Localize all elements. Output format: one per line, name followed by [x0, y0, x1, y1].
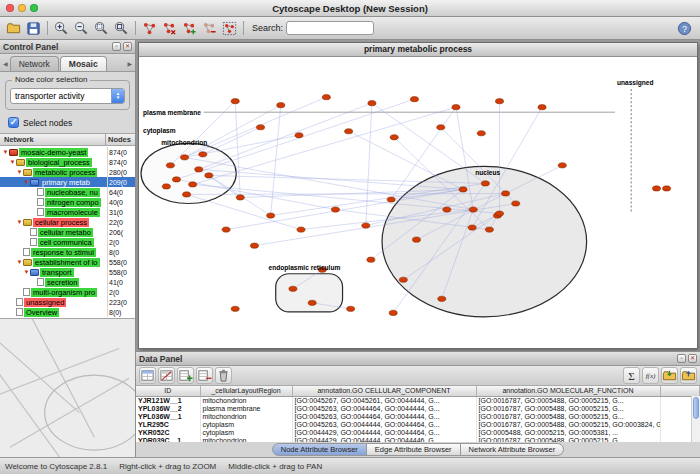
expand-arrow-icon[interactable]: ▼ [16, 167, 23, 177]
help-icon[interactable]: ? [675, 19, 694, 38]
mosaic-overview-preview[interactable] [0, 318, 135, 457]
network-node[interactable] [481, 181, 489, 186]
network-node[interactable] [652, 186, 660, 191]
network-node[interactable] [437, 125, 445, 130]
network-from-selection-icon[interactable] [220, 19, 239, 38]
tab-scroll-right-icon[interactable] [126, 60, 133, 71]
table-scrollbar-thumb[interactable] [693, 397, 699, 419]
network-node[interactable] [477, 131, 485, 136]
network-node[interactable] [538, 105, 546, 110]
table-row[interactable]: YKR052Ccytoplasm[GO:0044429, GO:0044444,… [136, 429, 700, 437]
tree-item-secretion[interactable]: secretion41(0 [0, 277, 135, 287]
network-node[interactable] [231, 99, 239, 104]
zoom-fit-icon[interactable] [112, 19, 131, 38]
network-node[interactable] [195, 167, 203, 172]
destroy-network-icon[interactable] [160, 19, 179, 38]
network-node[interactable] [412, 237, 420, 242]
table-row[interactable]: YDR039C__1mitochondrion[GO:0044429, GO:0… [136, 437, 700, 443]
network-node[interactable] [189, 182, 197, 187]
unselect-attributes-icon[interactable] [158, 367, 175, 384]
network-view-title[interactable]: primary metabolic process [139, 43, 697, 57]
create-attribute-icon[interactable] [177, 367, 194, 384]
save-session-icon[interactable] [24, 19, 43, 38]
network-node[interactable] [512, 201, 520, 206]
zoom-in-icon[interactable] [52, 19, 71, 38]
network-canvas[interactable]: plasma membranecytoplasmmitochondrionnuc… [139, 57, 697, 348]
network-node[interactable] [256, 125, 264, 130]
create-network-icon[interactable] [140, 19, 159, 38]
expand-arrow-icon[interactable]: ▼ [9, 157, 16, 167]
network-node[interactable] [277, 103, 285, 108]
expand-arrow-icon[interactable]: ▼ [2, 147, 9, 157]
destroy-view-icon[interactable] [200, 19, 219, 38]
network-node[interactable] [399, 277, 407, 282]
select-attributes-icon[interactable] [139, 367, 156, 384]
network-node[interactable] [663, 186, 671, 191]
tree-item-macromolecule[interactable]: macromolecule31(0 [0, 207, 135, 217]
sum-icon[interactable]: Σ [623, 367, 640, 384]
table-row[interactable]: YJR121W__1mitochondrion[GO:0045267, GO:0… [136, 396, 700, 405]
network-node[interactable] [347, 306, 355, 311]
network-node[interactable] [236, 195, 244, 200]
network-node[interactable] [222, 227, 230, 232]
network-node[interactable] [558, 163, 566, 168]
table-scrollbar[interactable] [691, 396, 700, 442]
tree-item-cellular-metabo[interactable]: cellular metabo206( [0, 227, 135, 237]
network-node[interactable] [459, 187, 467, 192]
network-node[interactable] [443, 207, 451, 212]
table-row[interactable]: YLR295Ccytoplasm[GO:0045263, GO:0044444,… [136, 421, 700, 429]
create-view-icon[interactable] [180, 19, 199, 38]
network-node[interactable] [250, 243, 258, 248]
column-header[interactable]: ID [136, 386, 200, 396]
tree-item-establishment-of-lo[interactable]: ▼establishment of lo558(0 [0, 257, 135, 267]
network-node[interactable] [452, 105, 460, 110]
network-node[interactable] [495, 211, 503, 216]
tab-node-attribute-browser[interactable]: Node Attribute Browser [272, 443, 367, 456]
tree-item-nucleobase-nu[interactable]: nucleobase, nu64(0 [0, 187, 135, 197]
network-node[interactable] [199, 152, 207, 157]
network-node[interactable] [295, 133, 303, 138]
export-table-icon[interactable] [680, 367, 697, 384]
tab-scroll-left-icon[interactable] [2, 60, 9, 71]
tree-item-unassigned[interactable]: unassigned223(0 [0, 297, 135, 307]
tree-item-primary-metab[interactable]: ▼primary metab209(0 [0, 177, 135, 187]
close-window-icon[interactable] [6, 4, 14, 12]
network-node[interactable] [172, 177, 180, 182]
network-node[interactable] [331, 207, 339, 212]
network-node[interactable] [469, 207, 477, 212]
tree-item-cellular-process[interactable]: ▼cellular process22(0 [0, 217, 135, 227]
zoom-window-icon[interactable] [30, 4, 38, 12]
tree-item-multi-organism-pro[interactable]: multi-organism pro2(0 [0, 287, 135, 297]
minimize-window-icon[interactable] [18, 4, 26, 12]
table-row[interactable]: YPL036W__1mitochondrion[GO:0045263, GO:0… [136, 413, 700, 421]
float-data-panel-icon[interactable] [677, 354, 686, 363]
table-row[interactable]: YPL036W__2plasma membrane[GO:0045263, GO… [136, 405, 700, 413]
tree-item-transport[interactable]: ▼transport558(0 [0, 267, 135, 277]
close-panel-icon[interactable] [123, 42, 132, 51]
column-header[interactable]: annotation.GO CELLULAR_COMPONENT [292, 386, 476, 396]
tab-network-attribute-browser[interactable]: Network Attribute Browser [460, 443, 565, 456]
tab-mosaic[interactable]: Mosaic [60, 56, 107, 71]
network-node[interactable] [485, 227, 493, 232]
delete-attribute-icon[interactable] [196, 367, 213, 384]
network-node[interactable] [410, 97, 418, 102]
float-panel-icon[interactable] [112, 42, 121, 51]
network-node[interactable] [367, 257, 375, 262]
network-node[interactable] [181, 155, 189, 160]
tab-edge-attribute-browser[interactable]: Edge Attribute Browser [366, 443, 461, 456]
node-color-dropdown[interactable]: transporter activity [10, 88, 125, 104]
network-node[interactable] [362, 223, 370, 228]
import-table-icon[interactable] [661, 367, 678, 384]
clear-attribute-icon[interactable] [215, 367, 232, 384]
network-node[interactable] [205, 173, 213, 178]
network-node[interactable] [438, 296, 446, 301]
network-node[interactable] [502, 191, 510, 196]
tab-network[interactable]: Network [10, 56, 59, 71]
column-header[interactable]: annotation.GO MOLECULAR_FUNCTION [476, 386, 660, 396]
tree-item-overview[interactable]: Overview8(0) [0, 307, 135, 317]
tree-item-response-to-stimul[interactable]: response to stimul8(0 [0, 247, 135, 257]
network-node[interactable] [308, 300, 316, 305]
window-titlebar[interactable]: Cytoscape Desktop (New Session) [0, 0, 700, 17]
network-node[interactable] [468, 225, 476, 230]
expand-arrow-icon[interactable]: ▼ [16, 257, 23, 267]
